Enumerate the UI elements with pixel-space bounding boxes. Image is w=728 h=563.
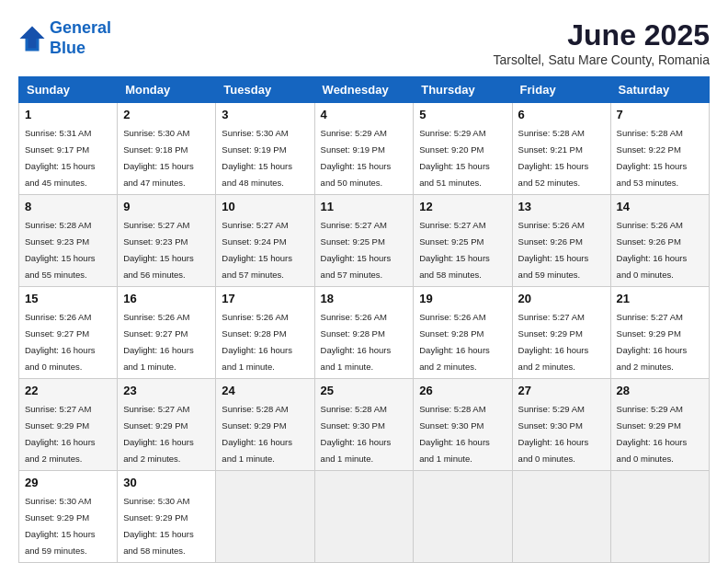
table-row: 7 Sunrise: 5:28 AMSunset: 9:22 PMDayligh… xyxy=(610,103,709,195)
table-row xyxy=(512,471,610,563)
table-row xyxy=(314,471,414,563)
title-section: June 2025 Tarsoltel, Satu Mare County, R… xyxy=(493,18,710,67)
header-friday: Friday xyxy=(512,77,610,103)
table-row: 14 Sunrise: 5:26 AMSunset: 9:26 PMDaylig… xyxy=(610,195,709,287)
day-number: 26 xyxy=(419,384,506,397)
header-sunday: Sunday xyxy=(19,77,118,103)
calendar-week-row: 1 Sunrise: 5:31 AMSunset: 9:17 PMDayligh… xyxy=(19,103,710,195)
table-row: 12 Sunrise: 5:27 AMSunset: 9:25 PMDaylig… xyxy=(414,195,512,287)
table-row: 4 Sunrise: 5:29 AMSunset: 9:19 PMDayligh… xyxy=(314,103,414,195)
day-number: 25 xyxy=(321,384,408,397)
day-number: 22 xyxy=(25,384,111,397)
header-monday: Monday xyxy=(118,77,216,103)
table-row: 8 Sunrise: 5:28 AMSunset: 9:23 PMDayligh… xyxy=(19,195,118,287)
day-number: 17 xyxy=(222,292,308,305)
calendar: Sunday Monday Tuesday Wednesday Thursday… xyxy=(18,76,710,563)
table-row: 19 Sunrise: 5:26 AMSunset: 9:28 PMDaylig… xyxy=(414,287,512,379)
logo-text: General Blue xyxy=(50,18,111,58)
day-number: 27 xyxy=(518,384,605,397)
day-info: Sunrise: 5:27 AMSunset: 9:29 PMDaylight:… xyxy=(25,404,96,464)
day-info: Sunrise: 5:27 AMSunset: 9:24 PMDaylight:… xyxy=(222,220,292,280)
day-number: 1 xyxy=(25,108,111,121)
day-number: 5 xyxy=(419,108,506,121)
calendar-header-row: Sunday Monday Tuesday Wednesday Thursday… xyxy=(19,77,710,103)
day-info: Sunrise: 5:28 AMSunset: 9:30 PMDaylight:… xyxy=(321,404,392,464)
table-row: 18 Sunrise: 5:26 AMSunset: 9:28 PMDaylig… xyxy=(314,287,414,379)
day-info: Sunrise: 5:26 AMSunset: 9:27 PMDaylight:… xyxy=(25,312,96,372)
svg-marker-1 xyxy=(20,26,45,48)
day-info: Sunrise: 5:30 AMSunset: 9:29 PMDaylight:… xyxy=(25,496,96,556)
day-info: Sunrise: 5:30 AMSunset: 9:19 PMDaylight:… xyxy=(222,128,292,188)
day-number: 21 xyxy=(617,292,703,305)
table-row: 2 Sunrise: 5:30 AMSunset: 9:18 PMDayligh… xyxy=(118,103,216,195)
day-info: Sunrise: 5:26 AMSunset: 9:28 PMDaylight:… xyxy=(222,312,292,372)
table-row: 27 Sunrise: 5:29 AMSunset: 9:30 PMDaylig… xyxy=(512,379,610,471)
header-tuesday: Tuesday xyxy=(216,77,314,103)
month-title: June 2025 xyxy=(493,18,710,52)
table-row: 26 Sunrise: 5:28 AMSunset: 9:30 PMDaylig… xyxy=(414,379,512,471)
day-info: Sunrise: 5:28 AMSunset: 9:29 PMDaylight:… xyxy=(222,404,292,464)
table-row: 11 Sunrise: 5:27 AMSunset: 9:25 PMDaylig… xyxy=(314,195,414,287)
location-title: Tarsoltel, Satu Mare County, Romania xyxy=(493,52,710,67)
day-number: 6 xyxy=(518,108,605,121)
table-row xyxy=(216,471,314,563)
header-thursday: Thursday xyxy=(414,77,512,103)
day-info: Sunrise: 5:26 AMSunset: 9:28 PMDaylight:… xyxy=(321,312,392,372)
table-row: 21 Sunrise: 5:27 AMSunset: 9:29 PMDaylig… xyxy=(610,287,709,379)
table-row: 28 Sunrise: 5:29 AMSunset: 9:29 PMDaylig… xyxy=(610,379,709,471)
day-info: Sunrise: 5:27 AMSunset: 9:29 PMDaylight:… xyxy=(617,312,688,372)
day-number: 28 xyxy=(617,384,703,397)
day-info: Sunrise: 5:27 AMSunset: 9:25 PMDaylight:… xyxy=(321,220,392,280)
table-row: 3 Sunrise: 5:30 AMSunset: 9:19 PMDayligh… xyxy=(216,103,314,195)
day-info: Sunrise: 5:29 AMSunset: 9:29 PMDaylight:… xyxy=(617,404,688,464)
day-number: 11 xyxy=(321,200,408,213)
day-number: 13 xyxy=(518,200,605,213)
day-info: Sunrise: 5:27 AMSunset: 9:29 PMDaylight:… xyxy=(518,312,589,372)
day-number: 3 xyxy=(222,108,308,121)
day-number: 19 xyxy=(419,292,506,305)
day-info: Sunrise: 5:26 AMSunset: 9:26 PMDaylight:… xyxy=(617,220,688,280)
day-info: Sunrise: 5:27 AMSunset: 9:25 PMDaylight:… xyxy=(419,220,490,280)
day-number: 8 xyxy=(25,200,111,213)
logo: General Blue xyxy=(18,18,111,58)
day-info: Sunrise: 5:26 AMSunset: 9:28 PMDaylight:… xyxy=(419,312,490,372)
table-row: 20 Sunrise: 5:27 AMSunset: 9:29 PMDaylig… xyxy=(512,287,610,379)
day-number: 2 xyxy=(123,108,210,121)
header-wednesday: Wednesday xyxy=(314,77,414,103)
day-number: 20 xyxy=(518,292,605,305)
calendar-week-row: 22 Sunrise: 5:27 AMSunset: 9:29 PMDaylig… xyxy=(19,379,710,471)
day-number: 9 xyxy=(123,200,210,213)
day-number: 15 xyxy=(25,292,111,305)
day-info: Sunrise: 5:28 AMSunset: 9:23 PMDaylight:… xyxy=(25,220,96,280)
page-header: General Blue June 2025 Tarsoltel, Satu M… xyxy=(18,18,710,67)
table-row: 30 Sunrise: 5:30 AMSunset: 9:29 PMDaylig… xyxy=(118,471,216,563)
day-number: 16 xyxy=(123,292,210,305)
day-info: Sunrise: 5:27 AMSunset: 9:29 PMDaylight:… xyxy=(123,404,194,464)
day-info: Sunrise: 5:26 AMSunset: 9:27 PMDaylight:… xyxy=(123,312,194,372)
logo-icon xyxy=(18,25,46,52)
table-row: 6 Sunrise: 5:28 AMSunset: 9:21 PMDayligh… xyxy=(512,103,610,195)
table-row: 13 Sunrise: 5:26 AMSunset: 9:26 PMDaylig… xyxy=(512,195,610,287)
day-number: 18 xyxy=(321,292,408,305)
table-row: 17 Sunrise: 5:26 AMSunset: 9:28 PMDaylig… xyxy=(216,287,314,379)
logo-line2: Blue xyxy=(50,39,85,57)
day-number: 23 xyxy=(123,384,210,397)
table-row: 10 Sunrise: 5:27 AMSunset: 9:24 PMDaylig… xyxy=(216,195,314,287)
day-info: Sunrise: 5:30 AMSunset: 9:29 PMDaylight:… xyxy=(123,496,194,556)
table-row: 22 Sunrise: 5:27 AMSunset: 9:29 PMDaylig… xyxy=(19,379,118,471)
table-row xyxy=(610,471,709,563)
day-info: Sunrise: 5:26 AMSunset: 9:26 PMDaylight:… xyxy=(518,220,589,280)
day-number: 12 xyxy=(419,200,506,213)
day-info: Sunrise: 5:28 AMSunset: 9:30 PMDaylight:… xyxy=(419,404,490,464)
day-number: 24 xyxy=(222,384,308,397)
day-number: 14 xyxy=(617,200,703,213)
day-info: Sunrise: 5:29 AMSunset: 9:30 PMDaylight:… xyxy=(518,404,589,464)
day-number: 10 xyxy=(222,200,308,213)
day-info: Sunrise: 5:27 AMSunset: 9:23 PMDaylight:… xyxy=(123,220,194,280)
day-info: Sunrise: 5:28 AMSunset: 9:21 PMDaylight:… xyxy=(518,128,589,188)
table-row: 9 Sunrise: 5:27 AMSunset: 9:23 PMDayligh… xyxy=(118,195,216,287)
logo-line1: General xyxy=(50,18,111,37)
day-number: 7 xyxy=(617,108,703,121)
table-row xyxy=(414,471,512,563)
calendar-week-row: 29 Sunrise: 5:30 AMSunset: 9:29 PMDaylig… xyxy=(19,471,710,563)
